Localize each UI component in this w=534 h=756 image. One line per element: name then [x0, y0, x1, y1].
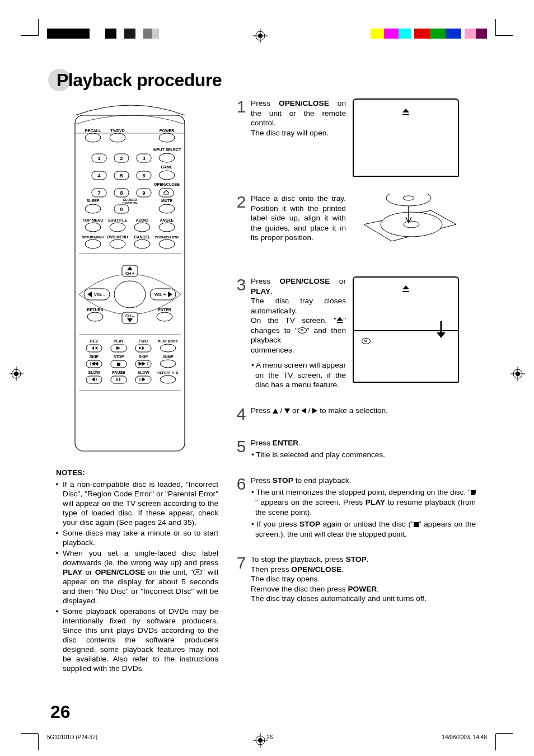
label-mute: MUTE	[161, 199, 172, 203]
step-7: 7 To stop the playback, press STOP. Then…	[235, 555, 476, 604]
svg-text:STOP: STOP	[114, 355, 124, 359]
footer-center: 26	[266, 734, 273, 740]
step-4: 4 Press / or / to make a selection.	[235, 406, 476, 422]
svg-text:1: 1	[97, 156, 100, 161]
svg-point-62	[134, 240, 150, 248]
svg-point-34	[159, 171, 175, 180]
disc-icon	[362, 338, 371, 344]
reg-target-left	[9, 367, 24, 381]
svg-point-20	[159, 133, 175, 142]
up-arrow-icon	[273, 408, 278, 414]
svg-text:VOL +: VOL +	[154, 293, 166, 297]
reg-target-top	[253, 29, 268, 43]
svg-text:CH –: CH –	[125, 314, 134, 318]
step-3: 3 Press OPEN/CLOSE or PLAY. The disc tra…	[235, 276, 476, 390]
right-arrow-icon	[312, 408, 317, 414]
svg-text:6: 6	[142, 173, 145, 179]
svg-point-54	[134, 223, 150, 232]
svg-point-95	[160, 360, 176, 368]
svg-point-18	[85, 133, 101, 142]
svg-point-106	[404, 221, 419, 228]
svg-text:ANGLE: ANGLE	[160, 218, 174, 222]
remote-control-figure: RECALL TV/DVD POWER INPUT SELECT 1 2 3 G…	[71, 100, 203, 458]
svg-text:5: 5	[120, 173, 123, 179]
footer-left: 5G10101D (P24-37)	[47, 734, 97, 740]
svg-point-65	[114, 281, 146, 308]
svg-text:3: 3	[142, 156, 145, 161]
svg-point-27	[159, 153, 175, 162]
svg-rect-93	[117, 363, 120, 366]
svg-rect-101	[111, 376, 127, 383]
label-sleep: SLEEP	[87, 199, 100, 203]
stop-partial-icon	[471, 490, 476, 495]
down-arrow-icon	[284, 408, 290, 414]
notes-section: NOTES: If a non-compatible disc is loade…	[56, 468, 218, 675]
svg-text:JUMP: JUMP	[162, 355, 174, 359]
svg-text:PLAY MODE: PLAY MODE	[158, 340, 177, 343]
svg-text:2: 2	[120, 156, 123, 161]
color-bar-right	[371, 29, 487, 39]
color-bar-left	[47, 29, 159, 39]
label-recall: RECALL	[85, 129, 101, 133]
svg-point-61	[110, 240, 125, 248]
step-6: 6 Press STOP to end playback. The unit m…	[235, 476, 476, 539]
eject-icon	[402, 109, 409, 115]
svg-text:CH +: CH +	[125, 271, 134, 275]
eject-icon	[337, 317, 343, 323]
svg-text:AUDIO: AUDIO	[136, 218, 149, 222]
svg-text:9: 9	[142, 190, 145, 196]
note-2: Some discs may take a minute or so to st…	[63, 529, 218, 548]
step-1: 1 Press OPEN/CLOSE on the unit or the re…	[235, 98, 476, 177]
label-openclose: OPEN/CLOSE	[154, 182, 180, 186]
note-4: Some playback operations of DVDs may be …	[63, 607, 218, 674]
step-5: 5 Press ENTER. Title is selected and pla…	[235, 438, 476, 460]
svg-text:SLOW: SLOW	[138, 370, 149, 374]
eject-icon	[402, 285, 409, 292]
tv-screen-eject-icon	[353, 98, 459, 177]
svg-text:ZOOM/CH RTN: ZOOM/CH RTN	[155, 236, 179, 239]
svg-text:RETURN: RETURN	[87, 308, 103, 312]
footer-meta: 5G10101D (P24-37) 26 14/08/2003, 14:48	[47, 734, 487, 740]
svg-text:7: 7	[97, 190, 100, 196]
svg-text:CAPTION: CAPTION	[123, 201, 138, 205]
reg-target-right	[510, 367, 525, 381]
label-input-select: INPUT SELECT	[153, 148, 181, 152]
disc-tray-figure	[353, 194, 459, 261]
svg-text:TOP MENU: TOP MENU	[83, 218, 104, 222]
svg-text:4: 4	[97, 173, 100, 179]
svg-text:SLOW: SLOW	[88, 370, 100, 374]
svg-point-77	[157, 312, 172, 321]
label-tvdvd: TV/DVD	[110, 129, 125, 133]
svg-point-60	[85, 240, 101, 248]
svg-text:FWD: FWD	[139, 339, 148, 343]
svg-point-75	[87, 312, 103, 321]
svg-text:8: 8	[120, 190, 123, 196]
stop-icon	[414, 522, 419, 527]
svg-point-86	[160, 344, 176, 352]
svg-text:VOL –: VOL –	[94, 293, 105, 297]
disc-icon	[298, 327, 307, 334]
svg-text:REV: REV	[90, 339, 99, 343]
label-game: GAME	[161, 165, 173, 169]
svg-text:SKIP: SKIP	[90, 355, 99, 359]
svg-point-103	[160, 375, 176, 383]
footer-right: 14/08/2003, 14:48	[442, 734, 487, 740]
step-2: 2 Place a disc onto the tray. Position i…	[235, 194, 476, 261]
tv-screen-transition	[353, 276, 459, 383]
note-1: If a non-compatible disc is loaded, "Inc…	[63, 480, 218, 528]
svg-text:PAUSE: PAUSE	[112, 370, 125, 374]
svg-text:CANCEL: CANCEL	[134, 235, 151, 239]
svg-text:SKIP: SKIP	[139, 355, 148, 359]
svg-text:SETUP/MENU: SETUP/MENU	[82, 236, 104, 239]
svg-text:PLAY: PLAY	[114, 339, 124, 343]
svg-point-47	[159, 204, 175, 213]
svg-point-55	[159, 223, 175, 232]
svg-point-53	[110, 223, 125, 232]
svg-text:SUBTITLE: SUBTITLE	[108, 218, 128, 222]
svg-text:0: 0	[120, 206, 123, 212]
svg-text:DVD MENU: DVD MENU	[107, 235, 128, 239]
label-power: POWER	[160, 129, 174, 133]
svg-point-19	[110, 133, 125, 142]
page-number: 26	[50, 702, 71, 722]
section-title: Playback procedure	[48, 69, 222, 91]
